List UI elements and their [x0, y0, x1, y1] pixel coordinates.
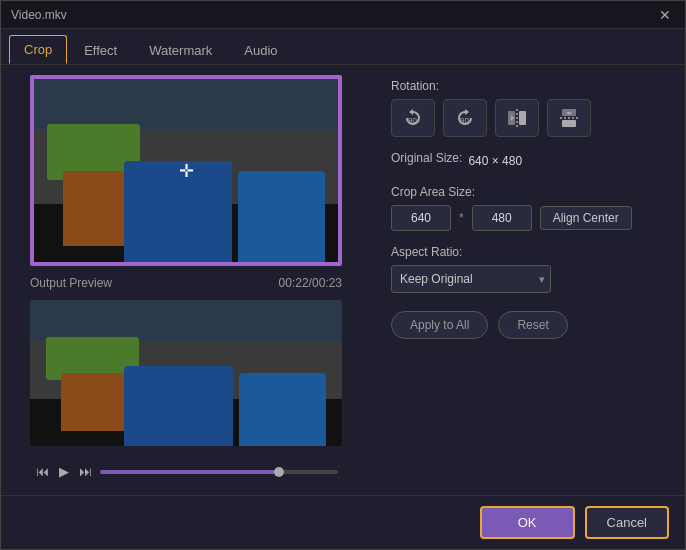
align-center-button[interactable]: Align Center — [540, 206, 632, 230]
aspect-ratio-select[interactable]: Keep Original 16:9 4:3 1:1 — [391, 265, 551, 293]
crop-height-input[interactable] — [472, 205, 532, 231]
play-button[interactable]: ▶ — [57, 462, 71, 481]
cancel-button[interactable]: Cancel — [585, 506, 669, 539]
main-window: Video.mkv ✕ Crop Effect Watermark Audio — [0, 0, 686, 550]
apply-all-button[interactable]: Apply to All — [391, 311, 488, 339]
aspect-ratio-section: Aspect Ratio: Keep Original 16:9 4:3 1:1 — [391, 245, 665, 293]
original-size-row: Original Size: 640 × 480 — [391, 151, 665, 171]
prev-button[interactable]: ⏮ — [34, 462, 51, 481]
top-preview: ✛ — [30, 75, 342, 266]
crop-area-row: * Align Center — [391, 205, 665, 231]
progress-track[interactable] — [100, 470, 338, 474]
left-panel: ✛ Output Preview 00:22/00:23 — [1, 65, 371, 495]
bottom-preview — [30, 300, 342, 446]
bottom-barrel-right — [239, 373, 326, 446]
main-content: ✛ Output Preview 00:22/00:23 — [1, 65, 685, 495]
crop-separator: * — [459, 211, 464, 225]
progress-fill — [100, 470, 279, 474]
output-time: 00:22/00:23 — [279, 276, 342, 290]
svg-text:90: 90 — [408, 116, 417, 125]
title-bar: Video.mkv ✕ — [1, 1, 685, 29]
svg-text:90: 90 — [460, 116, 469, 125]
original-size-label: Original Size: — [391, 151, 462, 165]
rotation-label: Rotation: — [391, 79, 665, 93]
output-label-row: Output Preview 00:22/00:23 — [30, 274, 342, 292]
playback-bar: ⏮ ▶ ⏭ — [30, 454, 342, 485]
rotate-right-button[interactable]: 90 — [443, 99, 487, 137]
crosshair-icon: ✛ — [179, 160, 194, 182]
bottom-bar: OK Cancel — [1, 495, 685, 549]
tab-audio[interactable]: Audio — [229, 36, 292, 64]
reset-button[interactable]: Reset — [498, 311, 567, 339]
rotate-left-button[interactable]: 90 — [391, 99, 435, 137]
crop-area-label: Crop Area Size: — [391, 185, 665, 199]
aspect-ratio-wrapper: Keep Original 16:9 4:3 1:1 — [391, 265, 551, 293]
crop-width-input[interactable] — [391, 205, 451, 231]
rotation-buttons: 90 90 — [391, 99, 665, 137]
output-preview-label: Output Preview — [30, 276, 112, 290]
close-button[interactable]: ✕ — [655, 6, 675, 24]
original-size-value: 640 × 480 — [468, 154, 522, 168]
ok-button[interactable]: OK — [480, 506, 575, 539]
tab-watermark[interactable]: Watermark — [134, 36, 227, 64]
progress-thumb — [274, 467, 284, 477]
action-buttons: Apply to All Reset — [391, 311, 665, 339]
tab-effect[interactable]: Effect — [69, 36, 132, 64]
video-preview-bottom — [30, 300, 342, 446]
flip-vertical-button[interactable] — [547, 99, 591, 137]
aspect-ratio-label: Aspect Ratio: — [391, 245, 665, 259]
tab-crop[interactable]: Crop — [9, 35, 67, 64]
right-panel: Rotation: 90 90 — [371, 65, 685, 495]
rotation-section: Rotation: 90 90 — [391, 79, 665, 137]
flip-horizontal-button[interactable] — [495, 99, 539, 137]
video-barrel-right — [238, 171, 324, 265]
crop-area-section: Crop Area Size: * Align Center — [391, 185, 665, 231]
tab-bar: Crop Effect Watermark Audio — [1, 29, 685, 65]
bottom-barrel-left — [124, 366, 233, 446]
next-button[interactable]: ⏭ — [77, 462, 94, 481]
window-title: Video.mkv — [11, 8, 67, 22]
